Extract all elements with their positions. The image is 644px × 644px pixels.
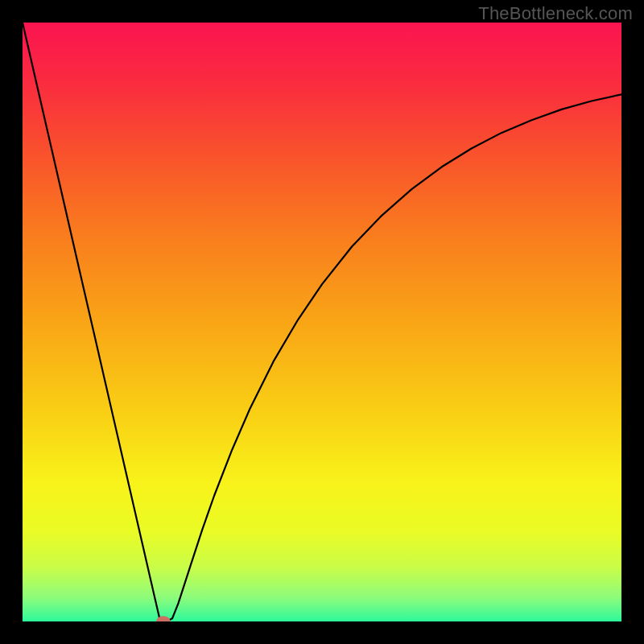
gradient-background bbox=[23, 23, 621, 621]
plot-svg bbox=[23, 23, 621, 621]
plot-area bbox=[23, 23, 621, 621]
watermark-label: TheBottleneck.com bbox=[478, 3, 633, 24]
chart-frame: TheBottleneck.com bbox=[0, 0, 644, 644]
